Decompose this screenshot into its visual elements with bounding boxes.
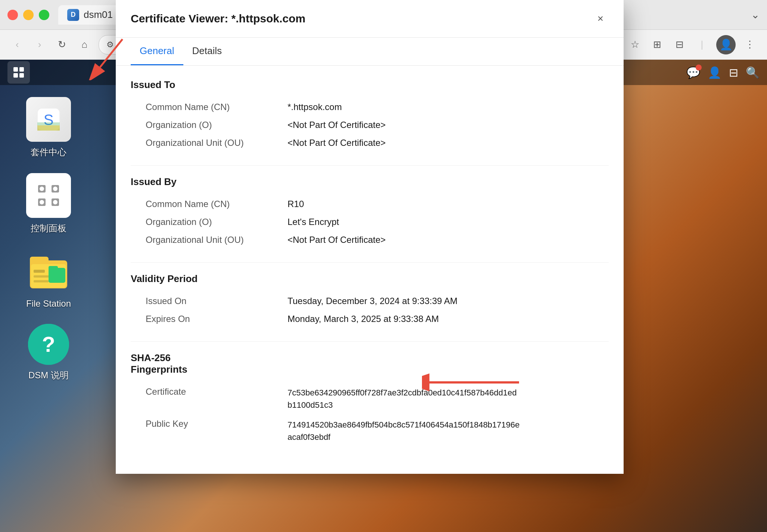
cert-section-validity: Validity Period (131, 273, 609, 285)
svg-rect-5 (37, 125, 60, 131)
cert-row: Organizational Unit (OU) <Not Part Of Ce… (131, 231, 609, 249)
cert-close-button[interactable]: × (592, 10, 609, 27)
cert-row-expires-on: Expires On Monday, March 3, 2025 at 9:33… (131, 310, 609, 328)
cert-label-pubkey-fp: Public Key (146, 419, 288, 443)
tab-favicon: D (67, 9, 79, 21)
svg-rect-22 (49, 266, 58, 272)
cert-table-issued-by: Common Name (CN) R10 Organization (O) Le… (131, 195, 609, 249)
cert-value-ou: <Not Part Of Certificate> (288, 138, 609, 148)
control-panel-icon-img (26, 173, 71, 218)
back-button[interactable]: ‹ (9, 37, 25, 53)
nav-icons-right: 🔑 ☆ ⊞ ⊟ | 👤 ⋮ (604, 35, 758, 54)
cert-section-issued-to: Issued To (131, 79, 609, 91)
cert-value-by-o: Let's Encrypt (288, 217, 609, 227)
cert-label-expires-on: Expires On (146, 314, 288, 324)
cert-value-expires-on: Monday, March 3, 2025 at 9:33:38 AM (288, 314, 609, 324)
user-avatar[interactable]: 👤 (716, 35, 736, 54)
cert-table-sha256: Certificate 7c53be634290965ff0f728f7ae3f… (131, 383, 609, 447)
cert-section-sha256: SHA-256Fingerprints (131, 352, 609, 375)
cert-table-validity: Issued On Tuesday, December 3, 2024 at 9… (131, 292, 609, 328)
cert-value-issued-on: Tuesday, December 3, 2024 at 9:33:39 AM (288, 296, 609, 306)
cert-divider (131, 165, 609, 166)
nav-table-icon[interactable]: ⊟ (671, 37, 688, 53)
cert-divider-2 (131, 262, 609, 263)
cert-row: Common Name (CN) *.httpsok.com (131, 98, 609, 116)
desktop-icon-package-center[interactable]: S 套件中心 (22, 97, 75, 158)
cert-value-o: <Not Part Of Certificate> (288, 120, 609, 130)
nav-star-icon[interactable]: ☆ (627, 37, 643, 53)
cert-table-issued-to: Common Name (CN) *.httpsok.com Organizat… (131, 98, 609, 152)
red-arrow-nav (63, 35, 130, 80)
cert-dialog-header: Certificate Viewer: *.httpsok.com × (116, 0, 624, 38)
dsm-search-icon[interactable]: 🔍 (746, 66, 760, 79)
svg-point-14 (53, 200, 58, 204)
desktop-icons: S 套件中心 (22, 97, 75, 381)
nav-divider: | (694, 37, 710, 53)
dsm-notification-icon[interactable]: 💬 (686, 66, 700, 79)
cert-value-pubkey-fp: 714914520b3ae8649fbf504bc8c571f406454a15… (288, 419, 609, 443)
cert-tabs: General Details (116, 38, 624, 66)
maximize-traffic-light[interactable] (39, 10, 49, 20)
cert-label-cert-fp: Certificate (146, 387, 288, 411)
cert-row-cert-fp: Certificate 7c53be634290965ff0f728f7ae3f… (131, 383, 609, 415)
desktop-icon-file-station[interactable]: File Station (22, 249, 75, 309)
file-station-icon-img (26, 249, 71, 294)
cert-row: Common Name (CN) R10 (131, 195, 609, 213)
dsm-help-label: DSM 说明 (28, 369, 69, 381)
cert-row: Organizational Unit (OU) <Not Part Of Ce… (131, 134, 609, 152)
cert-label-issued-on: Issued On (146, 296, 288, 306)
cert-tab-general[interactable]: General (131, 38, 183, 65)
tab-menu-button[interactable]: ⌄ (751, 9, 760, 21)
cert-label-by-cn: Common Name (CN) (146, 199, 288, 209)
cert-value-by-cn: R10 (288, 199, 609, 209)
cert-row: Organization (O) <Not Part Of Certificat… (131, 116, 609, 134)
desktop-icon-control-panel[interactable]: 控制面板 (22, 173, 75, 234)
svg-line-1 (100, 39, 122, 67)
cert-label-o: Organization (O) (146, 120, 288, 130)
cert-value-cn: *.httpsok.com (288, 102, 609, 112)
dsm-user-icon[interactable]: 👤 (708, 66, 721, 79)
start-grid-icon (13, 67, 24, 78)
red-arrow-expires (422, 366, 527, 399)
dsm-start-button[interactable] (7, 61, 30, 84)
nav-more-icon[interactable]: ⋮ (742, 37, 758, 53)
svg-point-12 (40, 200, 44, 204)
cert-row-issued-on: Issued On Tuesday, December 3, 2024 at 9… (131, 292, 609, 310)
cert-label-by-o: Organization (O) (146, 217, 288, 227)
svg-rect-18 (34, 270, 45, 273)
svg-rect-20 (34, 280, 49, 282)
forward-button[interactable]: › (31, 37, 48, 53)
cert-value-by-ou: <Not Part Of Certificate> (288, 235, 609, 245)
dsm-taskbar-right: 💬 👤 ⊟ 🔍 (686, 66, 760, 79)
close-traffic-light[interactable] (7, 10, 18, 20)
cert-dialog-title: Certificate Viewer: *.httpsok.com (131, 12, 305, 25)
cert-row-pubkey-fp: Public Key 714914520b3ae8649fbf504bc8c57… (131, 415, 609, 447)
svg-text:?: ? (42, 332, 55, 356)
file-station-label: File Station (26, 298, 71, 309)
cert-dialog: Certificate Viewer: *.httpsok.com × Gene… (116, 0, 624, 474)
package-center-label: 套件中心 (31, 146, 66, 158)
cert-section-issued-by: Issued By (131, 176, 609, 188)
nav-extensions-icon[interactable]: ⊞ (649, 37, 665, 53)
traffic-lights (7, 10, 49, 20)
cert-tab-details[interactable]: Details (183, 38, 231, 65)
svg-point-11 (40, 187, 44, 191)
cert-row: Organization (O) Let's Encrypt (131, 213, 609, 231)
cert-body: Issued To Common Name (CN) *.httpsok.com… (116, 66, 624, 474)
package-center-icon-img: S (26, 97, 71, 142)
cert-label-ou: Organizational Unit (OU) (146, 138, 288, 148)
cert-label-cn: Common Name (CN) (146, 102, 288, 112)
dsm-tasks-icon[interactable]: ⊟ (729, 66, 738, 79)
control-panel-label: 控制面板 (31, 222, 66, 234)
svg-rect-6 (34, 181, 63, 210)
notification-dot (696, 65, 702, 71)
svg-point-13 (53, 187, 58, 191)
desktop-icon-dsm-help[interactable]: ? DSM 说明 (22, 324, 75, 381)
minimize-traffic-light[interactable] (23, 10, 34, 20)
cert-divider-3 (131, 341, 609, 342)
dsm-help-icon-img: ? (28, 324, 69, 365)
cert-label-by-ou: Organizational Unit (OU) (146, 235, 288, 245)
